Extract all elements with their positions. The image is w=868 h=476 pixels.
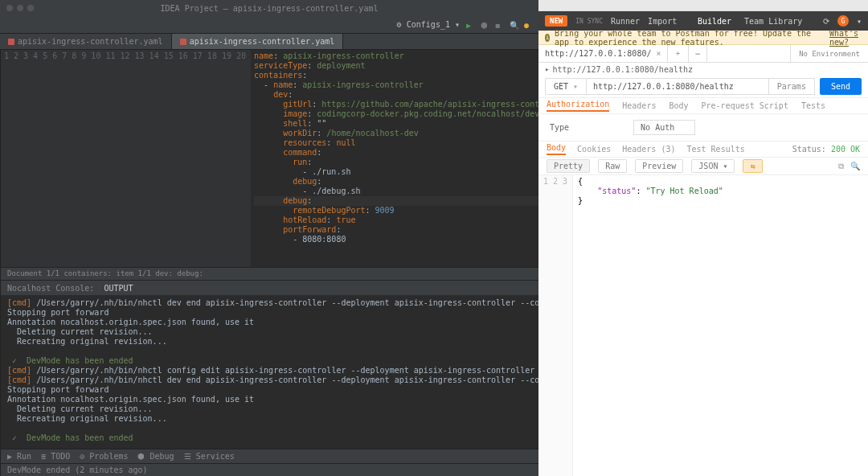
new-button[interactable]: NEW (545, 15, 567, 27)
auth-section: Type No Auth (538, 114, 868, 142)
view-pretty[interactable]: Pretty (547, 159, 590, 173)
status-bar: DevMode ended (2 minutes ago) 14:1 LF UT… (1, 463, 538, 476)
search-icon[interactable]: 🔍 (510, 21, 518, 29)
stop-icon[interactable]: ◼ (495, 21, 503, 29)
view-raw[interactable]: Raw (598, 159, 627, 173)
request-subtabs: Authorization Headers Body Pre-request S… (538, 98, 868, 114)
request-tab[interactable]: http://127.0.0.1:8080/× (538, 45, 668, 62)
window-title: IDEA Project – apisix-ingress-controller… (161, 4, 379, 13)
wrap-icon[interactable]: ⇆ (743, 159, 762, 173)
search-icon[interactable]: 🔍 (850, 162, 860, 171)
request-tabs: http://127.0.0.1:8080/× ＋ ⋯ No Environme… (538, 45, 868, 63)
bottom-tab-problems[interactable]: ⊘ Problems (80, 452, 128, 461)
new-tab-button[interactable]: ＋ (668, 45, 689, 62)
resp-tab-tests[interactable]: Test Results (686, 145, 744, 154)
close-icon[interactable]: × (656, 49, 661, 58)
run-config-selector[interactable]: ⚙ Configs_1 ▾ (397, 20, 460, 29)
tab-headers[interactable]: Headers (622, 101, 656, 110)
sync-badge: IN SYNC (575, 18, 603, 25)
view-mode-row: Pretty Raw Preview JSON ▾ ⇆ ⧉🔍 (538, 158, 868, 175)
settings-dropdown-icon[interactable]: ▾ (857, 17, 862, 26)
params-button[interactable]: Params (769, 78, 815, 95)
line-numbers: 1 2 3 4 5 6 7 8 9 10 11 12 13 14 15 16 1… (1, 50, 251, 267)
ide-titlebar: IDEA Project – apisix-ingress-controller… (0, 0, 538, 16)
update-banner: i Bring your whole team to Postman for f… (538, 31, 868, 45)
code-editor[interactable]: 1 2 3 4 5 6 7 8 9 10 11 12 13 14 15 16 1… (1, 50, 538, 267)
console-tab-output[interactable]: OUTPUT (104, 284, 133, 293)
ide-toolbar: ⚙ Configs_1 ▾ ▶ ⬢ ◼ 🔍 ● (0, 16, 538, 34)
response-tabs: Body Cookies Headers (3) Test Results St… (538, 142, 868, 158)
editor-tab[interactable]: apisix-ingress-controller.yaml (0, 34, 172, 49)
bottom-tab-todo[interactable]: ≣ TODO (41, 452, 70, 461)
status-message: DevMode ended (2 minutes ago) (7, 466, 148, 474)
auth-type-label: Type (550, 123, 569, 132)
resp-tab-body[interactable]: Body (547, 143, 566, 155)
runner-button[interactable]: Runner (611, 17, 640, 26)
debug-icon[interactable]: ⬢ (481, 21, 489, 29)
editor-tabs: apisix-ingress-controller.yaml apisix-in… (0, 34, 538, 50)
tab-authorization[interactable]: Authorization (547, 100, 609, 112)
editor-tab-active[interactable]: apisix-ingress-controller.yaml (172, 34, 344, 49)
avatar-icon[interactable]: ● (524, 21, 532, 29)
format-selector[interactable]: JSON ▾ (691, 159, 735, 173)
bottom-tab-services[interactable]: ☰ Services (184, 452, 235, 461)
builder-tab[interactable]: Builder (698, 17, 731, 26)
resp-tab-headers[interactable]: Headers (3) (622, 145, 675, 154)
response-json[interactable]: { "status": "Try Hot Reload" } (573, 175, 728, 476)
tabs-menu[interactable]: ⋯ (689, 45, 706, 62)
auth-type-select[interactable]: No Auth (633, 120, 695, 135)
yaml-icon (8, 39, 14, 45)
method-selector[interactable]: GET▾ (545, 78, 587, 95)
console-tabs: Nocalhost Console: OUTPUT ⚙ — (1, 281, 538, 295)
response-status: Status: 200 OK (792, 145, 860, 154)
tab-body[interactable]: Body (669, 101, 688, 110)
postman-topbar: NEW IN SYNC Runner Import Builder Team L… (538, 11, 868, 31)
view-preview[interactable]: Preview (635, 159, 683, 173)
postman-titlebar (538, 0, 868, 11)
yaml-icon (180, 39, 186, 45)
resp-tab-cookies[interactable]: Cookies (577, 145, 611, 154)
avatar[interactable]: G (837, 15, 849, 27)
code-content[interactable]: name: apisix-ingress-controller serviceT… (251, 50, 538, 267)
team-library-tab[interactable]: Team Library (744, 17, 802, 26)
import-button[interactable]: Import (648, 17, 677, 26)
bottom-tab-run[interactable]: ▶ Run (7, 452, 31, 461)
send-button[interactable]: Send (820, 78, 862, 95)
sync-icon[interactable]: ⟳ (823, 17, 829, 26)
bottom-tab-debug[interactable]: ⬢ Debug (137, 452, 174, 461)
environment-selector[interactable]: No Environment (790, 45, 868, 62)
ide-window: IDEA Project – apisix-ingress-controller… (0, 0, 538, 476)
console-output[interactable]: [cmd] /Users/garry/.nh/bin/nhctl dev end… (1, 295, 538, 449)
console-tab-name[interactable]: Nocalhost Console: (7, 284, 94, 293)
tab-tests[interactable]: Tests (801, 101, 825, 110)
tab-prerequest[interactable]: Pre-request Script (702, 101, 788, 110)
request-row: GET▾ http://127.0.0.1:8080/healthz Param… (538, 76, 868, 98)
run-icon[interactable]: ▶ (466, 21, 474, 29)
window-traffic-lights[interactable] (6, 5, 34, 11)
whats-new-link[interactable]: What's new? (829, 29, 862, 47)
url-input[interactable]: http://127.0.0.1:8080/healthz (587, 78, 769, 95)
response-body[interactable]: 1 2 3 { "status": "Try Hot Reload" } (538, 175, 868, 476)
copy-icon[interactable]: ⧉ (838, 162, 844, 171)
breadcrumb[interactable]: Document 1/1 containers: item 1/1 dev: d… (1, 267, 538, 280)
bottom-toolbar: ▶ Run ≣ TODO ⊘ Problems ⬢ Debug ☰ Servic… (1, 449, 538, 463)
postman-window: NEW IN SYNC Runner Import Builder Team L… (538, 0, 868, 476)
response-line-numbers: 1 2 3 (538, 175, 573, 476)
info-icon: i (545, 34, 550, 42)
url-breadcrumb: ▸ http://127.0.0.1:8080/healthz (538, 63, 868, 76)
